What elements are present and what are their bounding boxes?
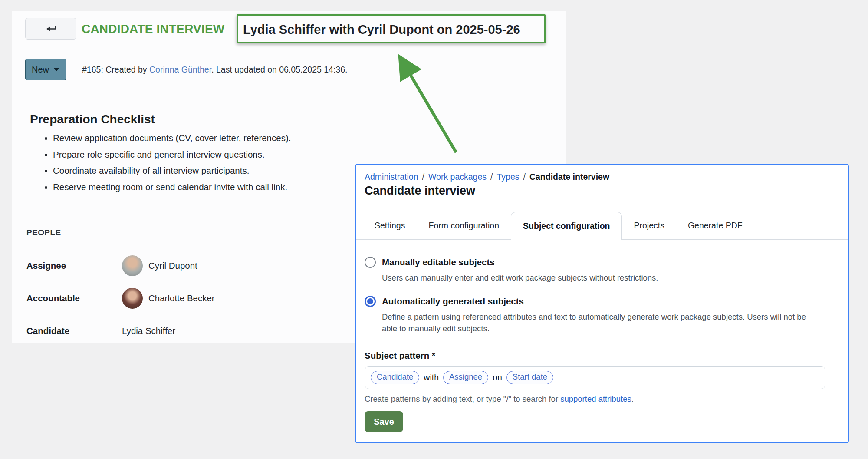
work-package-type-label: CANDIDATE INTERVIEW: [82, 22, 224, 36]
work-package-meta: #165: Created by Corinna Günther. Last u…: [82, 65, 347, 75]
checklist-item: Coordinate availability of all interview…: [53, 165, 291, 176]
radio-unselected-icon[interactable]: [365, 257, 376, 268]
attribute-value[interactable]: Lydia Schiffer: [122, 326, 175, 336]
radio-row[interactable]: Automatically generated subjects: [365, 296, 835, 307]
breadcrumb-separator: /: [523, 172, 525, 182]
checklist-item: Review application documents (CV, cover …: [53, 133, 291, 143]
type-admin-overlay: Administration / Work packages / Types /…: [355, 164, 849, 443]
checklist-item: Prepare role-specific and general interv…: [53, 149, 291, 160]
caret-down-icon: [53, 68, 59, 71]
header-divider: [25, 53, 553, 53]
user-name-link[interactable]: Cyril Dupont: [148, 261, 197, 271]
status-label: New: [32, 65, 49, 75]
pattern-text: on: [493, 373, 502, 383]
breadcrumb-link-work-packages[interactable]: Work packages: [428, 172, 487, 182]
pattern-token-candidate[interactable]: Candidate: [371, 371, 419, 384]
breadcrumb-link-administration[interactable]: Administration: [365, 172, 418, 182]
subject-pattern-label: Subject pattern *: [365, 350, 435, 361]
pattern-text: with: [424, 373, 439, 383]
attribute-label: Accountable: [26, 293, 122, 304]
meta-prefix: #165: Created by: [82, 65, 149, 74]
breadcrumb-link-types[interactable]: Types: [496, 172, 519, 182]
status-row: New #165: Created by Corinna Günther. La…: [25, 59, 549, 80]
helper-suffix: .: [631, 394, 634, 403]
page-title: Candidate interview: [365, 184, 475, 198]
radio-row[interactable]: Manually editable subjects: [365, 257, 835, 268]
tab-projects[interactable]: Projects: [622, 212, 676, 239]
attribute-label: Candidate: [26, 326, 122, 336]
user-name-link[interactable]: Charlotte Becker: [148, 293, 215, 304]
supported-attributes-link[interactable]: supported attributes: [560, 394, 631, 403]
option-manual-subjects: Manually editable subjects Users can man…: [365, 257, 835, 284]
description-heading: Preparation Checklist: [30, 112, 155, 126]
breadcrumb-current: Candidate interview: [529, 172, 609, 182]
back-button[interactable]: [25, 18, 76, 40]
breadcrumb-separator: /: [422, 172, 424, 182]
meta-suffix: . Last updated on 06.05.2025 14:36.: [211, 65, 347, 74]
pattern-token-start-date[interactable]: Start date: [506, 371, 553, 384]
attribute-label: Assignee: [26, 261, 122, 271]
arrow-back-icon: [45, 24, 57, 33]
author-link[interactable]: Corinna Günther: [149, 65, 211, 74]
work-package-subject[interactable]: Lydia Schiffer with Cyril Dupont on 2025…: [243, 23, 520, 37]
option-description: Users can manually enter and edit work p…: [382, 272, 820, 284]
option-label: Automatically generated subjects: [382, 296, 524, 307]
breadcrumb: Administration / Work packages / Types /…: [365, 172, 609, 182]
page-background: CANDIDATE INTERVIEW Lydia Schiffer with …: [0, 0, 868, 459]
people-group-heading: PEOPLE: [26, 228, 61, 238]
checklist-item: Reserve meeting room or send calendar in…: [53, 182, 291, 192]
user-avatar: [122, 288, 143, 309]
save-button[interactable]: Save: [365, 411, 403, 432]
radio-selected-icon[interactable]: [365, 296, 376, 307]
user-avatar: [122, 255, 143, 276]
subject-pattern-input[interactable]: Candidate with Assignee on Start date: [365, 366, 825, 389]
pattern-helper-text: Create patterns by adding text, or type …: [365, 394, 634, 404]
option-label: Manually editable subjects: [382, 257, 495, 267]
pattern-token-assignee[interactable]: Assignee: [443, 371, 488, 384]
tab-subject-configuration[interactable]: Subject configuration: [511, 212, 622, 240]
tab-bar: Settings Form configuration Subject conf…: [356, 212, 848, 240]
tab-generate-pdf[interactable]: Generate PDF: [676, 212, 754, 239]
option-auto-subjects: Automatically generated subjects Define …: [365, 296, 835, 335]
checklist: Review application documents (CV, cover …: [43, 133, 291, 198]
breadcrumb-separator: /: [490, 172, 493, 182]
option-description: Define a pattern using referenced attrib…: [382, 311, 820, 335]
tab-settings[interactable]: Settings: [363, 212, 417, 239]
status-dropdown-button[interactable]: New: [25, 59, 66, 80]
tab-form-configuration[interactable]: Form configuration: [417, 212, 511, 239]
helper-prefix: Create patterns by adding text, or type …: [365, 394, 560, 403]
